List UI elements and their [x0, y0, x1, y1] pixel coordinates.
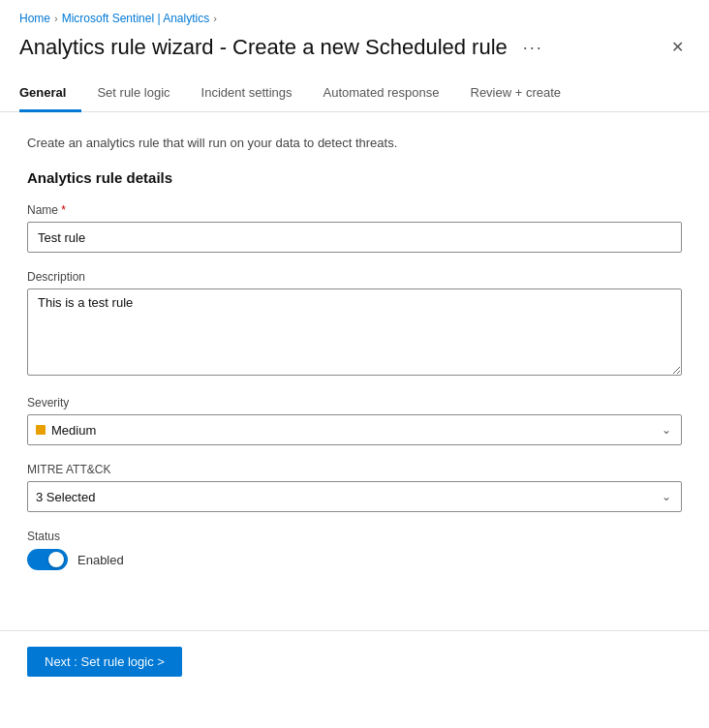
- tab-automated-response[interactable]: Automated response: [308, 76, 455, 112]
- severity-indicator: [36, 425, 46, 435]
- tab-incident-settings[interactable]: Incident settings: [186, 76, 308, 112]
- mitre-chevron-icon: ⌄: [662, 490, 671, 503]
- mitre-select[interactable]: 3 Selected ⌄: [27, 481, 682, 512]
- status-group: Status Enabled: [27, 530, 682, 570]
- severity-group: Severity Medium ⌄: [27, 396, 682, 445]
- main-content: Create an analytics rule that will run o…: [0, 112, 709, 611]
- description-textarea[interactable]: This is a test rule: [27, 288, 682, 376]
- toggle-thumb: [48, 552, 64, 567]
- title-row: Analytics rule wizard - Create a new Sch…: [19, 35, 549, 60]
- name-required: *: [58, 203, 66, 217]
- tab-set-rule-logic[interactable]: Set rule logic: [81, 76, 185, 112]
- tab-review-create[interactable]: Review + create: [455, 76, 577, 112]
- description-label: Description: [27, 270, 682, 284]
- footer: Next : Set rule logic >: [0, 630, 709, 692]
- mitre-label: MITRE ATT&CK: [27, 463, 682, 476]
- severity-value: Medium: [51, 423, 96, 438]
- status-row: Enabled: [27, 549, 682, 570]
- severity-label: Severity: [27, 396, 682, 410]
- section-title: Analytics rule details: [27, 169, 682, 186]
- name-label: Name *: [27, 203, 682, 217]
- breadcrumb-home[interactable]: Home: [19, 12, 50, 25]
- severity-select-wrapper: Medium ⌄: [27, 414, 682, 445]
- name-input[interactable]: [27, 222, 682, 253]
- description-group: Description This is a test rule: [27, 270, 682, 379]
- tab-general[interactable]: General: [19, 76, 81, 112]
- mitre-group: MITRE ATT&CK 3 Selected ⌄: [27, 463, 682, 512]
- status-label: Status: [27, 530, 682, 543]
- breadcrumb: Home › Microsoft Sentinel | Analytics ›: [0, 0, 709, 31]
- tabs-bar: General Set rule logic Incident settings…: [0, 76, 709, 112]
- page-title: Analytics rule wizard - Create a new Sch…: [19, 35, 508, 60]
- mitre-value: 3 Selected: [36, 490, 95, 504]
- intro-text: Create an analytics rule that will run o…: [27, 136, 682, 150]
- breadcrumb-sentinel[interactable]: Microsoft Sentinel | Analytics: [62, 12, 210, 25]
- close-button[interactable]: ✕: [665, 36, 690, 59]
- breadcrumb-sep2: ›: [213, 13, 217, 24]
- ellipsis-button[interactable]: ···: [517, 36, 549, 60]
- name-group: Name *: [27, 203, 682, 253]
- breadcrumb-sep1: ›: [54, 13, 58, 24]
- next-button[interactable]: Next : Set rule logic >: [27, 647, 182, 677]
- mitre-select-wrapper: 3 Selected ⌄: [27, 481, 682, 512]
- severity-chevron-icon: ⌄: [662, 423, 671, 437]
- severity-select[interactable]: Medium ⌄: [27, 414, 682, 445]
- status-toggle[interactable]: [27, 549, 68, 570]
- status-toggle-label: Enabled: [77, 553, 124, 567]
- page-header: Analytics rule wizard - Create a new Sch…: [0, 31, 709, 76]
